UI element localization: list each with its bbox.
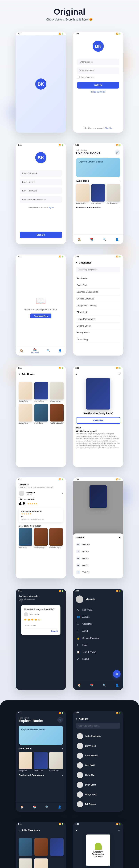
review-input[interactable] (24, 623, 58, 628)
nav-library[interactable]: 📚 (33, 805, 36, 809)
file-item[interactable]: ▶Mp4 File (76, 562, 120, 569)
nav-home[interactable]: 🏠 (20, 349, 23, 352)
file-item[interactable]: ▶MOV File (76, 541, 120, 548)
banner[interactable]: Explore Newest Books (76, 158, 120, 177)
repassword-field[interactable] (20, 196, 62, 203)
back-icon[interactable]: ‹ (19, 372, 20, 376)
search-input[interactable] (76, 723, 120, 728)
category-item[interactable]: History Books (76, 329, 120, 336)
signup-button[interactable]: Sign Up (20, 231, 62, 238)
book-item[interactable]: Design Patt... (76, 184, 90, 204)
book-item[interactable]: Book of th... (34, 404, 48, 424)
author-item[interactable]: Julie Shackman (76, 732, 120, 741)
author-item[interactable]: Don Draff (76, 761, 120, 770)
book-item[interactable] (34, 859, 48, 868)
book-item[interactable]: WanderLust :... (50, 382, 63, 402)
chevron-right-icon[interactable]: › (62, 774, 63, 776)
view-files-button[interactable]: View Files (76, 417, 120, 424)
file-item[interactable]: ▶Mp4 File (76, 555, 120, 562)
password-field[interactable] (20, 187, 62, 194)
author-link[interactable]: Don Draff6 books › (19, 491, 63, 496)
menu-logout[interactable]: ↗Logout (76, 655, 120, 662)
signin-button[interactable]: SIGN IN (77, 82, 119, 89)
nav-home[interactable]: 🏠 (20, 805, 24, 809)
back-icon[interactable]: ‹ (76, 372, 77, 376)
book-item[interactable]: Design Patt... (19, 404, 32, 424)
file-item[interactable]: ♪Mp3 File (76, 548, 120, 555)
email-field[interactable] (77, 59, 119, 65)
search-input[interactable] (76, 267, 120, 272)
nav-library[interactable]: 📚 (90, 238, 94, 241)
back-icon[interactable]: ‹ (19, 829, 20, 832)
nav-account[interactable]: 👤 (58, 349, 62, 352)
category-item[interactable]: Comics & Mangas (76, 296, 120, 302)
heart-icon[interactable]: ♡ (118, 829, 120, 832)
author-item[interactable]: Barry Tech (76, 741, 120, 751)
file-item[interactable]: 📄EPub File (76, 569, 120, 576)
menu-authors[interactable]: 👥Authors (76, 614, 120, 620)
nav-library[interactable]: 📚My Library (31, 348, 38, 353)
category-item[interactable]: Audio Book (76, 282, 120, 289)
email-field[interactable] (20, 179, 62, 185)
category-item[interactable]: General Books (76, 322, 120, 329)
nav-library[interactable]: 📚 (90, 683, 94, 687)
star-rating[interactable]: ★★★★☆ (24, 618, 58, 622)
book-item[interactable]: Feed The Beauties (50, 404, 63, 424)
book-item[interactable]: See the Mor... (91, 184, 105, 204)
category-item[interactable]: Arts Books (76, 275, 120, 282)
book-item[interactable] (19, 838, 32, 856)
heart-icon[interactable]: ♡ (118, 372, 120, 376)
close-icon[interactable]: ✕ (119, 536, 120, 539)
nav-home[interactable]: 🏠 (78, 238, 81, 241)
category-item[interactable]: Computers & Internet (76, 302, 120, 309)
nav-account[interactable]: 👤 (115, 238, 119, 241)
submit-button[interactable]: Submit (51, 630, 58, 632)
signup-link[interactable]: Sign Up (105, 127, 112, 129)
chevron-right-icon[interactable]: › (119, 206, 120, 209)
forgot-link[interactable]: Forgot password? (91, 91, 105, 93)
book-item[interactable] (50, 838, 63, 856)
menu-about[interactable]: ⓘAbout (76, 627, 120, 635)
nav-search[interactable]: 🔍 (47, 349, 50, 352)
book-item[interactable]: WanderLust :... (107, 184, 120, 204)
author-item[interactable]: Bill Dakear (76, 799, 120, 809)
book-item[interactable]: Design Patt... (19, 382, 32, 402)
chevron-right-icon[interactable]: › (62, 747, 63, 750)
nav-home[interactable]: 🏠 (78, 683, 81, 687)
book-item[interactable]: Design Patt... (19, 752, 32, 772)
category-item[interactable]: Film & Photographs (76, 316, 120, 322)
book-item[interactable]: See the Mor... (34, 752, 48, 772)
cart-icon[interactable]: 🛒 (115, 150, 120, 155)
category-item[interactable]: Business & Economics (76, 289, 120, 296)
menu-password[interactable]: 🔒Change Password (76, 635, 120, 642)
book-item[interactable]: Cowboy's Vow... (49, 528, 63, 548)
book-item[interactable]: WanderLust :... (49, 752, 63, 772)
author-item[interactable]: Margo Artis (76, 790, 120, 799)
cart-icon[interactable]: 🛒 (57, 717, 63, 723)
category-item[interactable]: EPub Book (76, 309, 120, 316)
nav-account[interactable]: 👤 (115, 683, 119, 687)
back-icon[interactable]: ‹ (76, 829, 77, 832)
nav-search[interactable]: 🔍 (103, 238, 106, 241)
nav-search[interactable]: 🔍 (103, 683, 106, 687)
author-item[interactable]: Anna Stronia (76, 751, 120, 761)
menu-edit-profile[interactable]: ✎Edit Profile (76, 607, 120, 614)
author-item[interactable]: Lynn Giant (76, 780, 120, 790)
nav-search[interactable]: 🔍 (45, 805, 49, 809)
remember-checkbox[interactable] (77, 76, 80, 79)
password-field[interactable] (77, 67, 119, 74)
book-item[interactable]: Cowboy's Vow... (34, 528, 48, 548)
banner[interactable]: Explore Newest Books (19, 726, 63, 745)
category-item[interactable]: Horror Story (76, 336, 120, 343)
signin-link[interactable]: Sign In (49, 207, 54, 209)
menu-terms[interactable]: 📋Term & Privacy (76, 649, 120, 655)
nav-account[interactable]: 👤 (58, 805, 61, 809)
menu-mode[interactable]: ☾Mode (76, 642, 120, 649)
author-item[interactable]: Hero Ola (76, 770, 120, 780)
menu-categories[interactable]: ☰Categories (76, 620, 120, 627)
book-item[interactable] (19, 859, 32, 868)
book-item[interactable]: See the Mor... (34, 382, 48, 402)
fab-button[interactable]: ✉ (113, 670, 120, 678)
back-icon[interactable]: ‹ (76, 717, 77, 721)
book-item[interactable]: Book of th... (19, 528, 32, 548)
